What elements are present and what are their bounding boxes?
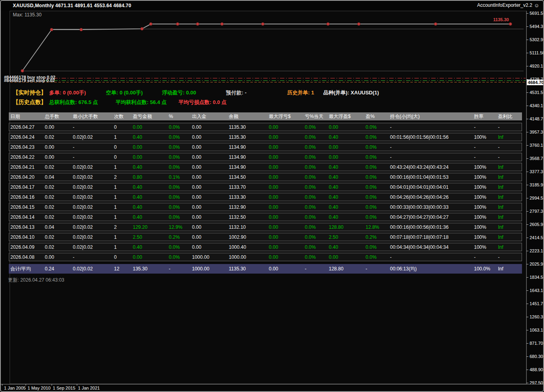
table-cell: 0.0% — [366, 124, 390, 130]
table-cell: - — [390, 254, 474, 260]
time-axis-label: 1 Jan 2005 — [4, 386, 26, 390]
table-cell: 0.0% — [305, 184, 329, 190]
table-cell: Inf — [498, 234, 522, 240]
table-cell: 0.0% — [305, 234, 329, 240]
table-cell: 0.0% — [366, 174, 390, 180]
table-cell: 2026.04.10 — [10, 234, 45, 240]
table-cell: 0.00 — [192, 204, 229, 210]
table-cell: 2026.04.20 — [10, 174, 45, 180]
table-cell: - — [73, 144, 114, 150]
table-cell: 0.02 — [45, 194, 73, 200]
table-cell: - — [73, 124, 114, 130]
table-cell: 0.02 — [45, 134, 73, 140]
column-header: 余额 — [229, 113, 269, 120]
table-cell: 00:04:27|00:04:27|00:04:27 — [390, 214, 474, 220]
table-cell: 00:00:16|00:00:56|00:01:36 — [390, 224, 474, 230]
table-cell: 0.0% — [366, 244, 390, 250]
table-cell: 0.02|0.02 — [73, 164, 114, 170]
table-cell: 0.0% — [169, 244, 192, 250]
column-header: 出入金 — [192, 113, 229, 120]
summary-cell: - — [305, 266, 329, 272]
table-cell: 1002.90 — [229, 234, 269, 240]
ea-smiley-icon[interactable]: ☺ — [534, 3, 539, 8]
table-cell: 0.2% — [366, 234, 390, 240]
table-cell: 0.02 — [45, 204, 73, 210]
price-axis-tick — [526, 317, 528, 317]
price-axis-label: 1643.10 — [530, 288, 544, 293]
panel-field: 空单: 0 (0.00手) — [106, 89, 143, 96]
table-cell: 0.02|0.02 — [73, 194, 114, 200]
time-axis-label: 1 Jan 2021 — [78, 386, 100, 390]
table-cell: 0.00 — [269, 164, 305, 170]
table-cell: 0.40 — [329, 244, 366, 250]
table-cell: 0.0% — [169, 144, 192, 150]
table-cell: 0.00 — [192, 224, 229, 230]
current-balance-label: 1135.30 — [493, 17, 509, 22]
table-cell: 0.0% — [305, 224, 329, 230]
table-cell: 0.02|0.02 — [73, 214, 114, 220]
price-axis-tick — [526, 238, 528, 238]
table-cell: 0.0% — [169, 134, 192, 140]
price-axis-tick — [526, 26, 528, 27]
price-axis-tick — [526, 53, 528, 53]
time-axis-tick — [77, 384, 77, 386]
table-cell: 0.0% — [366, 194, 390, 200]
price-axis-label: 1260.30 — [530, 314, 544, 319]
table-cell: 0.02|0.02 — [73, 174, 114, 180]
time-axis-label: 1 Sep 2015 — [53, 386, 75, 390]
table-cell: 0.00 — [269, 154, 305, 160]
table-cell: 1132.10 — [229, 224, 269, 230]
table-cell: 0.40 — [329, 204, 366, 210]
table-cell: 0.40 — [133, 204, 169, 210]
table-cell: 1000.00 — [229, 254, 269, 260]
max-balance-annotation: Max: 1135.30 — [13, 12, 42, 18]
table-cell: 0.0% — [169, 154, 192, 160]
summary-cell: 0.24 — [45, 266, 73, 272]
table-cell: 2026.04.08 — [10, 254, 45, 260]
table-cell: 0.40 — [329, 134, 366, 140]
table-cell: 1134.50 — [229, 174, 269, 180]
table-cell: 2026.04.09 — [10, 244, 45, 250]
table-cell: 0.40 — [133, 194, 169, 200]
table-cell: 0.0% — [366, 134, 390, 140]
column-header: 盈亏金额 — [133, 113, 169, 120]
summary-cell: 0.00 — [269, 266, 305, 272]
table-cell: 0.00 — [45, 154, 73, 160]
ea-name: AccountInfoExporter_v2.2 — [477, 2, 532, 8]
price-axis-label: 3377.30 — [530, 169, 544, 174]
table-cell: 0.00 — [192, 154, 229, 160]
table-cell: 0.00 — [269, 234, 305, 240]
table-cell: Inf — [498, 224, 522, 230]
table-cell: - — [390, 154, 474, 160]
summary-cell: 1135.30 — [229, 266, 269, 272]
table-cell: 0.04 — [45, 174, 73, 180]
table-cell: 0.40 — [133, 134, 169, 140]
table-cell: - — [390, 144, 474, 150]
price-axis-line — [526, 11, 527, 384]
table-cell: 1 — [114, 204, 133, 210]
table-cell: 100% — [474, 244, 498, 250]
table-cell: 0.02|0.02 — [73, 244, 114, 250]
table-cell: 1134.90 — [229, 144, 269, 150]
price-axis-tick — [526, 92, 528, 93]
mt4-chart-window: XAUUSD,Monthly 4671.31 4891.61 4553.64 4… — [0, 0, 544, 392]
table-cell: 0.00 — [192, 144, 229, 150]
table-row: 2026.04.270.00-00.000.0%0.001135.300.000… — [9, 123, 522, 131]
table-row: 2026.04.230.00-00.000.0%0.001134.900.000… — [9, 143, 522, 151]
panel-field: 【历史点数】 — [13, 99, 46, 106]
table-cell: 0.40 — [329, 194, 366, 200]
summary-cell: 00:06:13(均) — [390, 266, 474, 272]
price-axis-label: 4531.50 — [530, 90, 544, 95]
table-row: 2026.04.140.020.02|0.0210.400.0%0.001132… — [9, 213, 522, 221]
table-cell: 1 — [114, 234, 133, 240]
table-cell: 0.0% — [305, 124, 329, 130]
price-axis-label: 3185.90 — [530, 182, 544, 187]
price-axis-label: 2414.50 — [530, 235, 544, 240]
table-row: 2026.04.150.020.02|0.0210.400.0%0.001132… — [9, 203, 522, 211]
sell-stop-order-label: #84466179 sell stop 0.02 — [4, 78, 55, 83]
table-cell: 2 — [114, 224, 133, 230]
table-cell: 0 — [114, 124, 133, 130]
table-cell: 0.02 — [45, 234, 73, 240]
time-axis-label: 1 May 2010 — [28, 386, 50, 390]
summary-cell: 135.30 — [133, 266, 169, 272]
